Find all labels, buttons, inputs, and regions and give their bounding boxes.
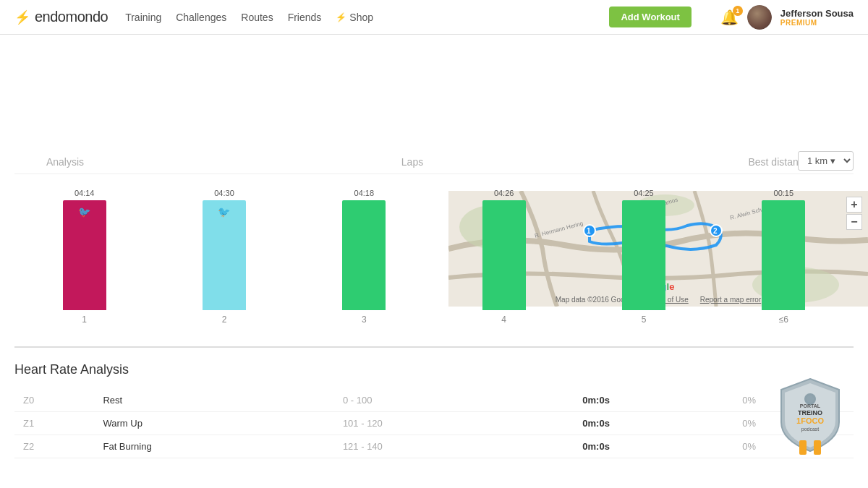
logo-text: endomondo (35, 9, 108, 25)
zone-1-time: 0m:0s (574, 412, 733, 435)
treino-foco-badge: PORTAL TREINO 1FOCO podcast (767, 372, 854, 458)
bar-2-icon: 🐦 (218, 206, 230, 218)
zone-0-name: Rest (94, 389, 333, 412)
bar-5[interactable] (622, 200, 665, 310)
zone-0-time: 0m:0s (574, 389, 733, 412)
hr-zone-1: Z1 Warm Up 101 - 120 0m:0s 0% (14, 412, 854, 435)
chart-bar-6: 00:15 ≤6 (714, 189, 854, 325)
chart-container: 1 km ▾ 5 km 10 km 04:14 🐦 1 04:30 🐦 2 (14, 174, 854, 348)
badge-svg: PORTAL TREINO 1FOCO podcast (767, 372, 854, 458)
shop-icon: ⚡ (336, 12, 346, 22)
bar-3[interactable] (342, 200, 386, 310)
chart-bar-4: 04:26 4 (434, 189, 574, 325)
chart-bar-2: 04:30 🐦 2 (154, 189, 294, 325)
svg-text:TREINO: TREINO (798, 409, 822, 416)
zone-1-name: Warm Up (94, 412, 333, 435)
bar-5-bottom-label: 5 (642, 314, 647, 325)
distance-control: 1 km ▾ 5 km 10 km (798, 151, 854, 171)
nav-right: 🔔 1 Jefferson Sousa PREMIUM (720, 5, 854, 30)
bar-4[interactable] (482, 200, 526, 310)
logo: ⚡ endomondo (14, 9, 108, 25)
bar-2-bottom-label: 2 (222, 314, 227, 325)
svg-text:1FOCO: 1FOCO (796, 416, 824, 425)
bar-1-time-label: 04:14 (75, 189, 95, 197)
zone-2-range: 121 - 140 (334, 435, 574, 458)
zone-2-time: 0m:0s (574, 435, 733, 458)
nav-shop[interactable]: ⚡ Shop (336, 12, 373, 23)
notification-bell[interactable]: 🔔 1 (720, 9, 739, 26)
laps-header: Laps (116, 156, 709, 168)
nav-training[interactable]: Training (125, 12, 161, 23)
chart-bar-5: 04:25 5 (574, 189, 713, 325)
bar-2[interactable]: 🐦 (203, 200, 246, 310)
bar-2-time-label: 04:30 (214, 189, 234, 197)
bar-5-time-label: 04:25 (634, 189, 654, 197)
chart-section: Analysis Laps Best distances 1 km ▾ 5 km… (0, 156, 868, 473)
bar-6-bottom-label: ≤6 (779, 314, 788, 325)
heart-rate-title: Heart Rate Analysis (14, 362, 854, 377)
bar-4-time-label: 04:26 (494, 189, 514, 197)
hr-zone-2: Z2 Fat Burning 121 - 140 0m:0s 0% (14, 435, 854, 458)
under-armour-icon: ⚡ (14, 9, 30, 25)
navbar: ⚡ endomondo Training Challenges Routes F… (0, 0, 868, 35)
nav-challenges[interactable]: Challenges (176, 12, 226, 23)
heart-rate-table: Z0 Rest 0 - 100 0m:0s 0% Z1 Warm Up 101 … (14, 389, 854, 458)
svg-point-18 (807, 395, 814, 403)
heart-rate-section: Heart Rate Analysis Z0 Rest 0 - 100 0m:0… (14, 348, 854, 473)
bar-6-time-label: 00:15 (774, 189, 794, 197)
svg-rect-15 (799, 440, 807, 455)
notification-count: 1 (733, 6, 743, 16)
svg-rect-16 (814, 440, 821, 455)
bar-1-bottom-label: 1 (82, 314, 87, 325)
avatar-image (747, 5, 772, 30)
zone-2-id: Z2 (14, 435, 94, 458)
add-workout-button[interactable]: Add Workout (609, 7, 691, 27)
zone-0-id: Z0 (14, 389, 94, 412)
zone-1-range: 101 - 120 (334, 412, 574, 435)
nav-links: Training Challenges Routes Friends ⚡ Sho… (125, 12, 373, 23)
user-tier-badge: PREMIUM (780, 19, 854, 27)
chart-bar-1: 04:14 🐦 1 (14, 189, 154, 325)
user-avatar[interactable] (747, 5, 772, 30)
analysis-header: Analysis (14, 156, 116, 168)
svg-text:podcast: podcast (801, 427, 820, 432)
bar-1-icon: 🐦 (78, 206, 90, 218)
zone-2-name: Fat Burning (94, 435, 333, 458)
distance-select[interactable]: 1 km ▾ 5 km 10 km (798, 151, 854, 171)
bar-3-bottom-label: 3 (362, 314, 367, 325)
bar-4-bottom-label: 4 (501, 314, 506, 325)
content-wrapper: 1 2 R. Hermann Hering R. Nereu Ramos R. … (0, 156, 868, 473)
bar-6[interactable] (762, 200, 805, 310)
zone-1-id: Z1 (14, 412, 94, 435)
zone-0-range: 0 - 100 (334, 389, 574, 412)
nav-friends[interactable]: Friends (288, 12, 322, 23)
bar-1[interactable]: 🐦 (63, 200, 106, 310)
nav-routes[interactable]: Routes (241, 12, 273, 23)
chart-bar-3: 04:18 3 (294, 189, 434, 325)
hr-zone-0: Z0 Rest 0 - 100 0m:0s 0% (14, 389, 854, 412)
user-info: Jefferson Sousa PREMIUM (780, 8, 854, 27)
section-headers: Analysis Laps Best distances (14, 156, 854, 174)
bar-3-time-label: 04:18 (354, 189, 375, 197)
nav-shop-label: Shop (349, 12, 373, 23)
user-name: Jefferson Sousa (780, 8, 854, 19)
